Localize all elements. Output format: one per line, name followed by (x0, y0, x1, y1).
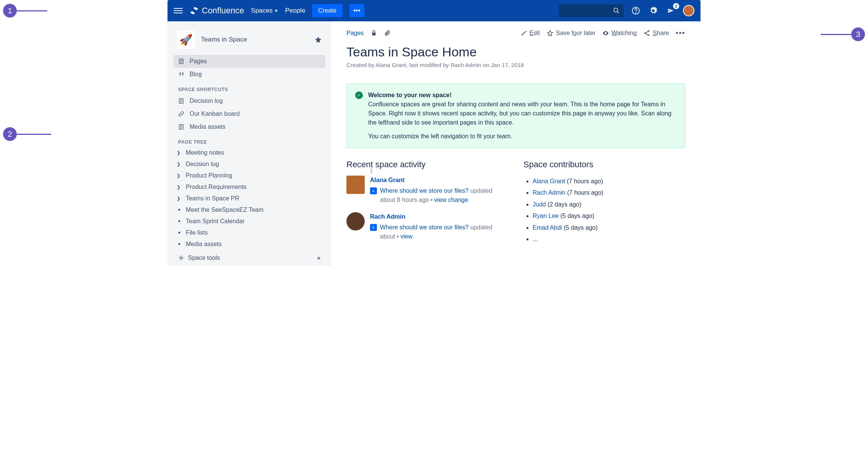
tree-item[interactable]: •Team Sprint Calendar (174, 216, 325, 227)
svg-line-20 (646, 31, 648, 33)
main-content: Pages Edit Save foor later Watching Shar… (331, 21, 700, 266)
star-icon[interactable] (314, 36, 322, 43)
page-icon: ≡ (370, 224, 377, 231)
shortcut-item[interactable]: Media assets (174, 120, 325, 133)
create-button[interactable]: Create (312, 4, 343, 17)
page-icon (178, 58, 185, 64)
chevron-down-icon: ▼ (274, 8, 278, 13)
activity-action-link[interactable]: view (400, 233, 413, 240)
expand-icon[interactable]: ❯ (177, 150, 182, 155)
activity-page-link[interactable]: Where should we store our files? (380, 187, 469, 194)
pagetree-heading: PAGE TREE (174, 133, 325, 147)
svg-line-1 (617, 11, 619, 13)
contributor-link[interactable]: ... (533, 236, 538, 242)
activity-item: Rach Admin≡Where should we store our fil… (346, 212, 508, 241)
activity-user-link[interactable]: Alana Grant (370, 176, 508, 185)
activity-action-link[interactable]: view change (434, 197, 468, 203)
collapse-sidebar-icon[interactable]: « (317, 254, 321, 261)
contributor-item: Ryan Lee (5 days ago) (533, 210, 685, 222)
check-icon: ✓ (355, 91, 363, 99)
svg-line-21 (646, 33, 648, 35)
bullet-icon: • (177, 241, 182, 248)
contributor-item: ... (533, 234, 685, 245)
notifications-icon[interactable]: 2 (665, 5, 676, 16)
user-avatar[interactable] (346, 176, 365, 194)
search-input[interactable] (559, 4, 624, 17)
more-actions-icon[interactable]: ••• (676, 29, 685, 37)
brand-logo[interactable]: Confluence (190, 6, 244, 16)
callout-1-line (17, 10, 47, 11)
tree-item[interactable]: ❯Product Requirements (174, 181, 325, 193)
contributor-link[interactable]: Alana Grant (533, 178, 565, 184)
activity-page-link[interactable]: Where should we store our files? (380, 224, 469, 230)
tree-item[interactable]: •File lists (174, 227, 325, 238)
save-for-later-button[interactable]: Save foor later (547, 30, 595, 37)
svg-point-0 (614, 8, 618, 12)
star-outline-icon (547, 30, 554, 37)
activity-user-link[interactable]: Rach Admin (370, 212, 508, 221)
svg-point-17 (648, 30, 649, 32)
svg-point-3 (636, 13, 636, 13)
brand-name: Confluence (202, 6, 244, 16)
notification-badge: 2 (673, 3, 679, 9)
expand-icon[interactable]: ❯ (177, 173, 182, 178)
sidebar-blog[interactable]: Blog (174, 68, 325, 81)
contributor-link[interactable]: Rach Admin (533, 189, 565, 196)
nav-spaces[interactable]: Spaces ▼ (251, 7, 278, 14)
tree-item[interactable]: ❯Meeting notes (174, 147, 325, 158)
tree-item[interactable]: ❯Product Planning (174, 170, 325, 181)
link-icon (178, 111, 185, 117)
contributor-item: Emad Abdi (5 days ago) (533, 222, 685, 234)
tree-item[interactable]: ❯Decision log (174, 158, 325, 170)
expand-icon[interactable]: ❯ (177, 184, 182, 190)
tree-item[interactable]: •Meet the SeeSpaceEZ Team (174, 204, 325, 216)
contributor-item: Rach Admin (7 hours ago) (533, 187, 685, 198)
page-title: Teams in Space Home (346, 45, 685, 59)
tree-item[interactable]: •Media assets (174, 238, 325, 250)
space-name[interactable]: Teams in Space (201, 36, 308, 43)
resize-handle[interactable]: || (370, 168, 372, 174)
settings-icon[interactable] (648, 5, 659, 16)
activity-item: Alana Grant≡Where should we store our fi… (346, 176, 508, 205)
page-meta: Created by Alana Grant, last modified by… (346, 62, 685, 68)
attachments-icon[interactable] (384, 30, 391, 37)
info-panel: ✓ Welcome to your new space! Confluence … (346, 83, 685, 148)
nav-people[interactable]: People (285, 7, 305, 14)
share-button[interactable]: Share (643, 30, 669, 37)
bullet-icon: • (177, 218, 182, 225)
contributor-item: Alana Grant (7 hours ago) (533, 176, 685, 187)
pencil-icon (520, 30, 527, 37)
shortcuts-heading: SPACE SHORTCUTS (174, 81, 325, 94)
panel-text-1: Confluence spaces are great for sharing … (368, 101, 672, 126)
contributors-heading: Space contributors (523, 160, 685, 170)
app-switcher-icon[interactable] (174, 6, 183, 15)
bullet-icon: • (177, 229, 182, 236)
sidebar: 🚀 Teams in Space Pages Blog SPACE SHORTC… (168, 21, 331, 266)
callout-2: 2 (3, 127, 17, 141)
contributor-link[interactable]: Judd (533, 201, 546, 208)
help-icon[interactable] (630, 5, 641, 16)
watching-button[interactable]: Watching (602, 30, 637, 37)
space-logo[interactable]: 🚀 (177, 30, 195, 49)
restrictions-icon[interactable] (370, 30, 377, 37)
page-icon (178, 98, 185, 104)
user-avatar[interactable] (346, 212, 365, 230)
search-icon (613, 7, 620, 14)
page-icon: ≡ (370, 187, 377, 194)
contributor-link[interactable]: Ryan Lee (533, 213, 559, 219)
shortcut-item[interactable]: Decision log (174, 94, 325, 107)
breadcrumb-pages[interactable]: Pages (346, 30, 364, 37)
tree-item[interactable]: ❯Teams in Space PR (174, 193, 325, 204)
shortcut-item[interactable]: Our Kanban board (174, 107, 325, 120)
expand-icon[interactable]: ❯ (177, 162, 182, 167)
edit-button[interactable]: Edit (520, 30, 540, 37)
svg-point-18 (645, 32, 646, 34)
callout-1: 1 (3, 4, 17, 18)
create-more-button[interactable]: ••• (349, 4, 364, 17)
contributor-link[interactable]: Emad Abdi (533, 224, 562, 231)
expand-icon[interactable]: ❯ (177, 196, 182, 201)
user-avatar[interactable] (683, 5, 694, 16)
callout-2-line (17, 134, 51, 135)
sidebar-pages[interactable]: Pages (174, 55, 325, 68)
space-tools[interactable]: Space tools (178, 254, 220, 261)
